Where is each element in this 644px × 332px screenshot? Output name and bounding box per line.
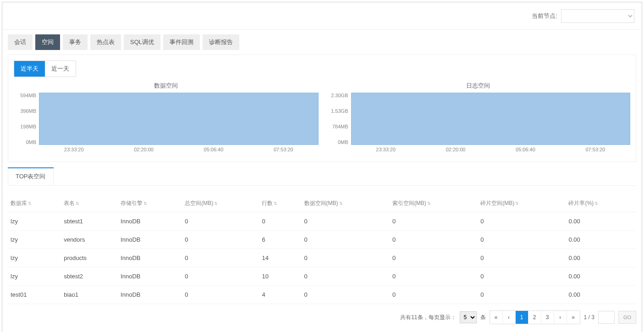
pager-prev[interactable]: ‹ [503, 311, 516, 324]
cell-total: 0 [182, 231, 259, 249]
table-row[interactable]: lzyvendorsInnoDB060000.00 [8, 231, 636, 249]
range-one-day[interactable]: 近一天 [45, 61, 76, 77]
pager-first[interactable]: « [490, 311, 503, 324]
table-row[interactable]: lzyproductsInnoDB0140000.00 [8, 249, 636, 267]
table-row[interactable]: lzysbtest1InnoDB000000.00 [8, 212, 636, 231]
sort-icon: ⇅ [339, 201, 343, 206]
pager-jump-input[interactable] [598, 311, 615, 324]
cell-db: lzy [8, 231, 61, 249]
col-engine[interactable]: 存储引擎⇅ [118, 195, 182, 212]
charts-panel: 近半天 近一天 数据空间 594MB 396MB 198MB 0MB [8, 55, 636, 162]
cell-frag: 0 [478, 212, 566, 231]
cell-db: test01 [8, 286, 61, 304]
sort-icon: ⇅ [594, 201, 598, 206]
content: 近半天 近一天 数据空间 594MB 396MB 198MB 0MB [2, 55, 642, 332]
cell-rate: 0.00 [566, 286, 636, 304]
chart-x-axis: 23:33:20 02:20:00 05:06:40 07:53:20 [351, 145, 631, 152]
x-tick: 07:53:20 [274, 147, 293, 152]
cell-rate: 0.00 [566, 249, 636, 267]
cell-db: lzy [8, 267, 61, 286]
sort-icon: ⇅ [28, 201, 32, 206]
cell-rows: 10 [259, 267, 301, 286]
sort-icon: ⇅ [143, 201, 147, 206]
col-index-mb[interactable]: 索引空间(MB)⇅ [390, 195, 478, 212]
col-frag-rate[interactable]: 碎片率(%)⇅ [566, 195, 636, 212]
cell-tbl: products [61, 249, 118, 267]
tab-hotspot[interactable]: 热点表 [90, 34, 121, 50]
sort-icon: ⇅ [427, 201, 431, 206]
pager-indicator: 1 / 3 [584, 314, 594, 321]
col-rows[interactable]: 行数⇅ [259, 195, 301, 212]
y-tick: 1.53GB [331, 108, 348, 114]
col-total-mb[interactable]: 总空间(MB)⇅ [182, 195, 259, 212]
pager-unit: 条 [480, 314, 486, 321]
tab-diagnostic-report[interactable]: 诊断报告 [203, 34, 239, 50]
y-tick: 2.30GB [331, 93, 348, 98]
chart-y-axis: 594MB 396MB 198MB 0MB [14, 93, 39, 152]
cell-rate: 0.00 [566, 231, 636, 249]
chart-y-axis: 2.30GB 1.53GB 784MB 0MB [326, 93, 351, 152]
cell-eng: InnoDB [118, 231, 182, 249]
time-range-tabs: 近半天 近一天 [14, 61, 76, 77]
pager-last[interactable]: » [567, 311, 580, 324]
chart-plot-area[interactable] [351, 93, 631, 145]
sort-icon: ⇅ [76, 201, 79, 206]
y-tick: 594MB [20, 93, 36, 98]
cell-data: 0 [302, 212, 390, 231]
tab-session[interactable]: 会话 [8, 34, 33, 50]
cell-eng: InnoDB [118, 249, 182, 267]
tab-sql-tuning[interactable]: SQL调优 [124, 34, 160, 50]
cell-tbl: biao1 [61, 286, 118, 304]
charts-row: 数据空间 594MB 396MB 198MB 0MB 23:33:20 [14, 82, 630, 152]
pager-next[interactable]: › [554, 311, 567, 324]
table-row[interactable]: lzysbtest2InnoDB0100000.00 [8, 267, 636, 286]
table-row[interactable]: test01biao1InnoDB040000.00 [8, 286, 636, 304]
col-table[interactable]: 表名⇅ [61, 195, 118, 212]
y-tick: 0MB [26, 139, 36, 145]
sub-tabs: TOP表空间 [8, 167, 636, 186]
pager-page-1[interactable]: 1 [516, 311, 528, 324]
cell-eng: InnoDB [118, 212, 182, 231]
chart-data-space: 数据空间 594MB 396MB 198MB 0MB 23:33:20 [14, 82, 319, 152]
col-data-mb[interactable]: 数据空间(MB)⇅ [302, 195, 390, 212]
cell-total: 0 [182, 286, 259, 304]
cell-rows: 4 [259, 286, 301, 304]
cell-idx: 0 [390, 231, 478, 249]
cell-tbl: vendors [61, 231, 118, 249]
x-tick: 07:53:20 [585, 147, 605, 152]
current-node-select[interactable] [561, 9, 634, 23]
sort-icon: ⇅ [515, 201, 519, 206]
col-frag-mb[interactable]: 碎片空间(MB)⇅ [478, 195, 566, 212]
cell-tbl: sbtest1 [61, 212, 118, 231]
page-size-select[interactable]: 5 [460, 311, 477, 323]
chart-plot-area[interactable] [39, 93, 319, 145]
pagination: 共有11条，每页显示： 5 条 « ‹ 1 2 3 › » 1 / 3 GO [8, 304, 636, 327]
y-tick: 198MB [20, 124, 36, 129]
cell-db: lzy [8, 212, 61, 231]
cell-eng: InnoDB [118, 267, 182, 286]
cell-idx: 0 [390, 267, 478, 286]
cell-idx: 0 [390, 249, 478, 267]
pager-page-3[interactable]: 3 [541, 311, 554, 324]
y-tick: 396MB [20, 108, 36, 114]
cell-total: 0 [182, 249, 259, 267]
sub-tab-top-table-space[interactable]: TOP表空间 [8, 167, 54, 185]
cell-frag: 0 [478, 231, 566, 249]
cell-rows: 14 [259, 249, 301, 267]
range-half-day[interactable]: 近半天 [14, 61, 45, 77]
cell-idx: 0 [390, 286, 478, 304]
cell-tbl: sbtest2 [61, 267, 118, 286]
y-tick: 0MB [338, 139, 348, 145]
chart-x-axis: 23:33:20 02:20:00 05:06:40 07:53:20 [39, 145, 319, 152]
tab-event-trace[interactable]: 事件回溯 [163, 34, 200, 50]
cell-rows: 6 [259, 231, 301, 249]
pager-page-2[interactable]: 2 [528, 311, 541, 324]
cell-idx: 0 [390, 212, 478, 231]
tab-transaction[interactable]: 事务 [63, 34, 88, 50]
cell-total: 0 [182, 212, 259, 231]
pager-go-button[interactable]: GO [618, 311, 636, 324]
chart-title: 日志空间 [326, 82, 631, 90]
cell-eng: InnoDB [118, 286, 182, 304]
col-database[interactable]: 数据库⇅ [8, 195, 61, 212]
tab-space[interactable]: 空间 [35, 34, 60, 50]
